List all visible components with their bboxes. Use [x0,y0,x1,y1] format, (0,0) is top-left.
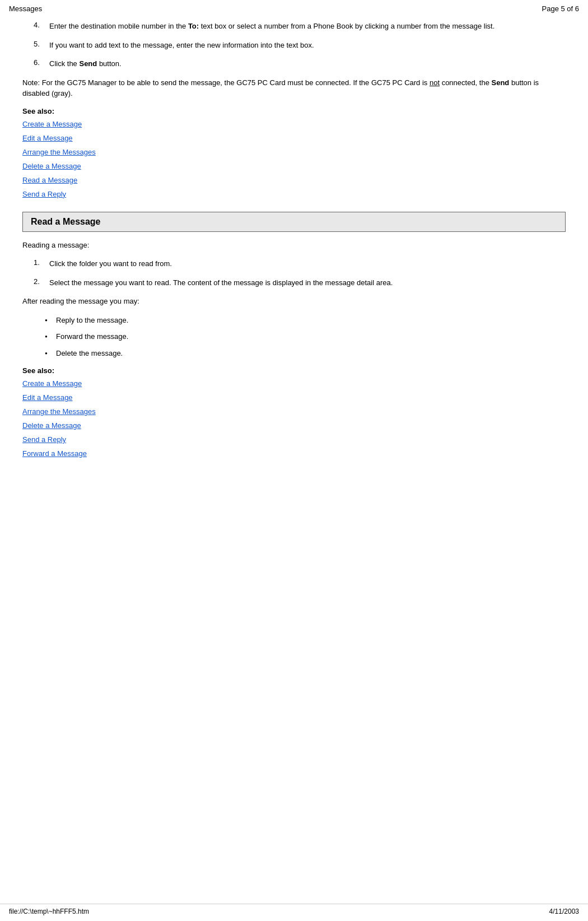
bullet-text-forward: Forward the message. [56,331,128,342]
link-create-message-1[interactable]: Create a Message [22,120,566,128]
link-create-message-2[interactable]: Create a Message [22,379,566,388]
see-also-2-heading: See also: [22,366,566,375]
step-5-num: 5. [34,40,49,51]
link-arrange-messages-1[interactable]: Arrange the Messages [22,148,566,156]
bullet-dot-2: ● [45,333,53,340]
file-path: file://C:\temp\~hhFFF5.htm [9,908,89,915]
step-4: 4. Enter the destination mobile number i… [22,21,566,32]
read-step-2-num: 2. [34,277,49,289]
see-also-section-1: See also: Create a Message Edit a Messag… [22,107,566,198]
reading-intro: Reading a message: [22,240,566,251]
link-edit-message-2[interactable]: Edit a Message [22,393,566,402]
page-info: Page 5 of 6 [542,4,580,13]
see-also-1-heading: See also: [22,107,566,115]
note-text: Note: For the GC75 Manager to be able to… [22,77,566,99]
bullet-item-delete: ● Delete the message. [45,348,566,359]
link-delete-message-2[interactable]: Delete a Message [22,421,566,430]
link-send-reply-1[interactable]: Send a Reply [22,190,566,198]
read-message-heading: Read a Message [31,217,557,227]
bullet-dot-1: ● [45,317,53,324]
step-4-text: Enter the destination mobile number in t… [49,21,494,32]
link-edit-message-1[interactable]: Edit a Message [22,134,566,142]
page-footer: file://C:\temp\~hhFFF5.htm 4/11/2003 [0,904,588,915]
read-step-1: 1. Click the folder you want to read fro… [22,258,566,269]
read-steps-list: 1. Click the folder you want to read fro… [22,258,566,288]
read-step-1-num: 1. [34,258,49,269]
bullet-dot-3: ● [45,350,53,357]
link-delete-message-1[interactable]: Delete a Message [22,162,566,170]
step-5-text: If you want to add text to the message, … [49,40,314,51]
step-6: 6. Click the Send button. [22,58,566,69]
numbered-list-section1: 4. Enter the destination mobile number i… [22,21,566,69]
bullet-item-reply: ● Reply to the message. [45,315,566,326]
bullet-text-reply: Reply to the message. [56,315,128,326]
read-step-2: 2. Select the message you want to read. … [22,277,566,289]
step-6-num: 6. [34,58,49,69]
see-also-section-2: See also: Create a Message Edit a Messag… [22,366,566,458]
step-5: 5. If you want to add text to the messag… [22,40,566,51]
bullet-text-delete: Delete the message. [56,348,123,359]
link-forward-message-2[interactable]: Forward a Message [22,449,566,458]
read-step-2-text: Select the message you want to read. The… [49,277,393,289]
app-title: Messages [9,4,42,13]
read-message-section-box: Read a Message [22,212,566,232]
step-4-num: 4. [34,21,49,32]
after-reading-text: After reading the message you may: [22,296,566,307]
step-6-text: Click the Send button. [49,58,122,69]
footer-date: 4/11/2003 [549,908,579,915]
bullet-item-forward: ● Forward the message. [45,331,566,342]
bullet-list: ● Reply to the message. ● Forward the me… [45,315,566,359]
link-send-reply-2[interactable]: Send a Reply [22,435,566,444]
page-header: Messages Page 5 of 6 [0,0,588,15]
link-read-message-1[interactable]: Read a Message [22,176,566,184]
page-content: 4. Enter the destination mobile number i… [0,15,588,497]
link-arrange-messages-2[interactable]: Arrange the Messages [22,407,566,416]
read-step-1-text: Click the folder you want to read from. [49,258,172,269]
